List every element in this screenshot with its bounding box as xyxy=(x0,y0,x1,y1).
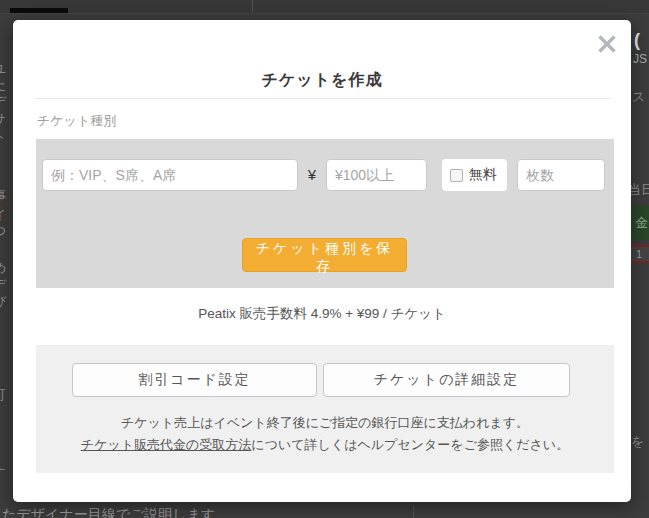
free-checkbox[interactable] xyxy=(450,169,463,182)
payout-note-2: チケット販売代金の受取方法について詳しくはヘルプセンターをご参照ください。 xyxy=(36,436,614,454)
secondary-settings-panel: 割引コード設定 チケットの詳細設定 チケット売上はイベント終了後にご指定の銀行口… xyxy=(36,345,614,473)
background-text-fragment: デ xyxy=(0,95,6,109)
free-checkbox-label: 無料 xyxy=(469,166,497,184)
save-ticket-type-button[interactable]: チケット種別を保存 xyxy=(242,238,407,272)
background-text-fragment: び xyxy=(0,295,6,309)
background-text-fragment: サ xyxy=(0,112,6,126)
ticket-price-input[interactable] xyxy=(326,159,427,191)
close-button[interactable] xyxy=(591,28,623,60)
background-text-fragment: ト xyxy=(0,130,6,144)
ticket-quantity-input[interactable] xyxy=(517,159,605,191)
background-text-fragment: 事 xyxy=(0,189,6,203)
background-text-fragment: イ xyxy=(0,208,6,222)
payout-note: チケット売上はイベント終了後にご指定の銀行口座に支払われます。 xyxy=(36,414,614,432)
background-column-divider-top xyxy=(252,0,253,13)
background-text-fragment: デ xyxy=(0,278,6,292)
background-heading-fragment: ( xyxy=(634,30,640,51)
title-divider xyxy=(35,98,610,99)
close-icon xyxy=(596,33,618,55)
background-black-bar xyxy=(10,8,68,13)
ticket-name-input[interactable] xyxy=(42,159,298,191)
background-text-fragment: たデザイナー目線でご説明します xyxy=(2,506,215,518)
discount-code-settings-button[interactable]: 割引コード設定 xyxy=(72,363,317,397)
background-text-fragment: ユ xyxy=(0,62,6,76)
payout-note-rest: について詳しくはヘルプセンターをご参照ください。 xyxy=(251,437,569,452)
background-text-fragment: め xyxy=(0,261,6,275)
fee-note: Peatix 販売手数料 4.9% + ¥99 / チケット xyxy=(13,305,631,323)
create-ticket-modal: チケットを作成 チケット種別 ¥ 無料 チケット種別を保存 Peatix 販売手… xyxy=(13,20,631,502)
screen: ユ た デ サ ト 事 イ つ め デ び 可 ナ ( JS ス 当日 金 1 … xyxy=(0,0,649,518)
ticket-advanced-settings-button[interactable]: チケットの詳細設定 xyxy=(323,363,570,397)
free-checkbox-group: 無料 xyxy=(442,159,507,191)
background-text-fragment: た xyxy=(0,78,6,92)
ticket-type-form-panel: ¥ 無料 チケット種別を保存 xyxy=(36,139,614,288)
payout-method-link[interactable]: チケット販売代金の受取方法 xyxy=(81,437,252,452)
currency-symbol: ¥ xyxy=(302,159,322,191)
background-text-fragment: を xyxy=(631,435,644,449)
background-text-fragment: 当日 xyxy=(628,183,649,197)
background-page-header xyxy=(0,0,649,14)
background-table-cell: 1 xyxy=(630,245,649,263)
background-text-fragment: つ xyxy=(0,224,6,238)
ticket-type-label: チケット種別 xyxy=(37,112,116,130)
background-green-badge: 金 xyxy=(630,206,649,240)
background-text-fragment: ス xyxy=(632,90,645,104)
background-text-fragment: 可 xyxy=(0,388,6,402)
background-text-fragment: JS xyxy=(633,52,647,66)
background-column-divider-bottom xyxy=(413,505,414,518)
background-text-fragment: ナ xyxy=(0,464,6,478)
modal-title: チケットを作成 xyxy=(13,70,631,91)
